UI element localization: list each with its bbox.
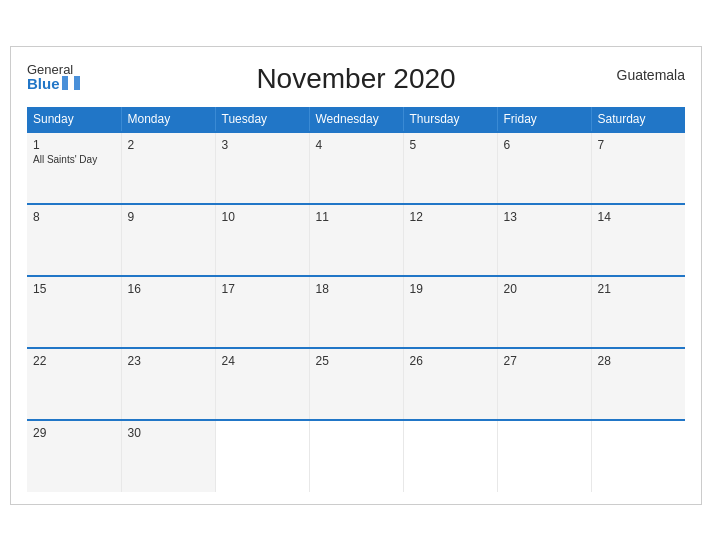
day-number: 14 <box>598 210 680 224</box>
day-cell: 1All Saints' Day <box>27 132 121 204</box>
weekday-header-tuesday: Tuesday <box>215 107 309 132</box>
day-number: 13 <box>504 210 585 224</box>
holiday-label: All Saints' Day <box>33 154 115 165</box>
calendar-container: General Blue November 2020 Guatemala Sun… <box>10 46 702 505</box>
day-number: 19 <box>410 282 491 296</box>
day-cell: 12 <box>403 204 497 276</box>
day-cell: 17 <box>215 276 309 348</box>
day-cell: 15 <box>27 276 121 348</box>
day-cell: 13 <box>497 204 591 276</box>
day-cell: 11 <box>309 204 403 276</box>
day-number: 4 <box>316 138 397 152</box>
day-cell: 14 <box>591 204 685 276</box>
weekday-header-saturday: Saturday <box>591 107 685 132</box>
day-number: 16 <box>128 282 209 296</box>
day-cell: 20 <box>497 276 591 348</box>
day-cell: 4 <box>309 132 403 204</box>
svg-rect-2 <box>74 76 80 90</box>
day-cell: 2 <box>121 132 215 204</box>
day-cell: 5 <box>403 132 497 204</box>
day-cell: 7 <box>591 132 685 204</box>
logo-blue-text: Blue <box>27 76 80 91</box>
day-cell: 16 <box>121 276 215 348</box>
day-number: 29 <box>33 426 115 440</box>
day-cell: 23 <box>121 348 215 420</box>
day-number: 18 <box>316 282 397 296</box>
svg-rect-1 <box>68 76 74 90</box>
svg-rect-0 <box>62 76 68 90</box>
day-number: 30 <box>128 426 209 440</box>
logo: General Blue <box>27 63 80 91</box>
week-row-2: 891011121314 <box>27 204 685 276</box>
day-cell: 27 <box>497 348 591 420</box>
day-cell: 6 <box>497 132 591 204</box>
weekday-header-friday: Friday <box>497 107 591 132</box>
day-cell: 18 <box>309 276 403 348</box>
calendar-title: November 2020 <box>256 63 455 95</box>
day-number: 5 <box>410 138 491 152</box>
day-number: 1 <box>33 138 115 152</box>
day-cell <box>591 420 685 492</box>
day-number: 27 <box>504 354 585 368</box>
week-row-5: 2930 <box>27 420 685 492</box>
day-number: 28 <box>598 354 680 368</box>
day-number: 15 <box>33 282 115 296</box>
day-number: 21 <box>598 282 680 296</box>
day-number: 20 <box>504 282 585 296</box>
week-row-4: 22232425262728 <box>27 348 685 420</box>
calendar-grid: SundayMondayTuesdayWednesdayThursdayFrid… <box>27 107 685 492</box>
day-cell: 8 <box>27 204 121 276</box>
day-number: 9 <box>128 210 209 224</box>
day-number: 26 <box>410 354 491 368</box>
weekday-header-monday: Monday <box>121 107 215 132</box>
week-row-1: 1All Saints' Day234567 <box>27 132 685 204</box>
day-cell: 30 <box>121 420 215 492</box>
day-cell <box>403 420 497 492</box>
day-number: 8 <box>33 210 115 224</box>
day-number: 23 <box>128 354 209 368</box>
day-number: 22 <box>33 354 115 368</box>
day-cell: 3 <box>215 132 309 204</box>
day-cell: 26 <box>403 348 497 420</box>
logo-general-text: General <box>27 63 80 76</box>
day-number: 10 <box>222 210 303 224</box>
day-cell: 29 <box>27 420 121 492</box>
day-number: 17 <box>222 282 303 296</box>
day-number: 12 <box>410 210 491 224</box>
day-cell: 25 <box>309 348 403 420</box>
day-number: 6 <box>504 138 585 152</box>
day-cell: 19 <box>403 276 497 348</box>
day-number: 25 <box>316 354 397 368</box>
weekday-header-wednesday: Wednesday <box>309 107 403 132</box>
day-cell: 22 <box>27 348 121 420</box>
day-cell <box>309 420 403 492</box>
country-label: Guatemala <box>617 67 685 83</box>
day-number: 3 <box>222 138 303 152</box>
logo-flag-icon <box>62 76 80 90</box>
day-cell: 28 <box>591 348 685 420</box>
day-cell: 21 <box>591 276 685 348</box>
week-row-3: 15161718192021 <box>27 276 685 348</box>
day-number: 11 <box>316 210 397 224</box>
day-cell <box>215 420 309 492</box>
day-number: 2 <box>128 138 209 152</box>
day-number: 7 <box>598 138 680 152</box>
day-cell: 10 <box>215 204 309 276</box>
weekday-header-row: SundayMondayTuesdayWednesdayThursdayFrid… <box>27 107 685 132</box>
day-cell: 24 <box>215 348 309 420</box>
calendar-header: General Blue November 2020 Guatemala <box>27 63 685 95</box>
weekday-header-thursday: Thursday <box>403 107 497 132</box>
day-cell: 9 <box>121 204 215 276</box>
day-cell <box>497 420 591 492</box>
day-number: 24 <box>222 354 303 368</box>
weekday-header-sunday: Sunday <box>27 107 121 132</box>
